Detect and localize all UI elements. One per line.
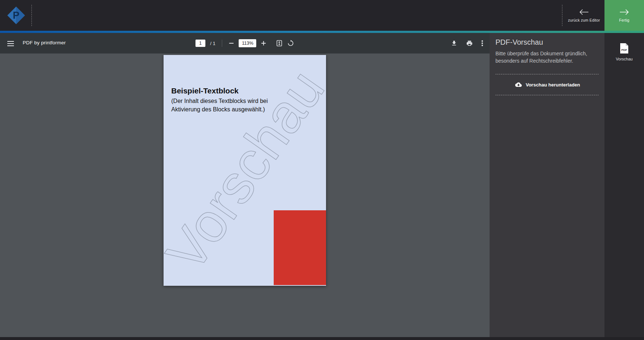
document-body-line2: Aktivierung des Blocks ausgewählt.): [171, 105, 268, 114]
hamburger-icon: [7, 41, 14, 46]
svg-text:P: P: [13, 10, 19, 21]
back-to-editor-label: zurück zum Editor: [568, 18, 600, 22]
fit-page-button[interactable]: [276, 40, 283, 47]
toolbar-separator: [222, 40, 222, 47]
pdf-viewer-canvas: Beispiel-Textblock (Der Inhalt dieses Te…: [0, 53, 490, 337]
menu-button[interactable]: [7, 41, 15, 47]
download-icon: [451, 40, 457, 47]
panel-subtitle-line1: Bitte überprüfe das Dokument gründlich,: [495, 50, 599, 57]
pdf-page: Beispiel-Textblock (Der Inhalt dieses Te…: [164, 55, 326, 286]
red-color-block: [274, 210, 326, 285]
minus-icon: [229, 41, 234, 46]
rotate-button[interactable]: [288, 40, 294, 47]
arrow-right-icon: [619, 9, 629, 15]
back-button-divider: [562, 5, 562, 26]
panel-subtitle-line2: besonders auf Rechtschreibfehler.: [495, 57, 599, 64]
print-icon: [466, 40, 473, 47]
print-button[interactable]: [466, 40, 473, 47]
document-body-text: (Der Inhalt dieses Textblocks wird bei A…: [171, 97, 268, 114]
top-application-bar: P zurück zum Editor Fertig: [0, 0, 644, 31]
preview-tab-label: Vorschau: [616, 57, 633, 61]
logo-divider: [31, 5, 32, 26]
svg-text:PDF: PDF: [621, 48, 627, 52]
cloud-download-icon: [514, 81, 523, 88]
page-total-label: / 1: [210, 41, 215, 46]
printformer-logo-icon: P: [7, 6, 26, 25]
download-preview-button[interactable]: Vorschau herunterladen: [495, 74, 599, 95]
document-title: Beispiel-Textblock: [171, 86, 239, 95]
arrow-left-icon: [579, 9, 589, 15]
plus-icon: [261, 41, 266, 46]
download-preview-label: Vorschau herunterladen: [526, 82, 580, 88]
right-tab-strip: PDF Vorschau: [604, 33, 644, 337]
zoom-out-button[interactable]: [229, 41, 234, 46]
bottom-edge-bar: [0, 337, 644, 340]
document-body-line1: (Der Inhalt dieses Textblocks wird bei: [171, 97, 268, 105]
panel-title: PDF-Vorschau: [495, 38, 599, 47]
rotate-icon: [288, 40, 294, 47]
zoom-level-input[interactable]: 113%: [239, 39, 257, 47]
fit-page-icon: [276, 40, 283, 47]
preview-tab[interactable]: PDF Vorschau: [604, 42, 644, 61]
done-button-label: Fertig: [619, 18, 629, 22]
more-options-button[interactable]: [482, 40, 483, 46]
done-button[interactable]: Fertig: [604, 0, 644, 31]
download-button[interactable]: [451, 40, 457, 47]
back-to-editor-button[interactable]: zurück zum Editor: [564, 0, 604, 31]
dashed-separator-bottom: [495, 95, 599, 95]
viewer-title: PDF by printformer: [23, 40, 66, 45]
pdf-preview-panel: PDF-Vorschau Bitte überprüfe das Dokumen…: [490, 33, 604, 337]
kebab-menu-icon: [482, 40, 483, 46]
toolbar-right-actions: [451, 40, 483, 47]
page-zoom-controls: 1 / 1 113%: [195, 39, 294, 47]
pdf-viewer-toolbar: PDF by printformer 1 / 1 113%: [0, 33, 490, 53]
printformer-logo: P: [7, 6, 26, 25]
zoom-in-button[interactable]: [261, 41, 266, 46]
pdf-file-icon: PDF: [619, 42, 629, 54]
page-number-input[interactable]: 1: [195, 40, 205, 47]
